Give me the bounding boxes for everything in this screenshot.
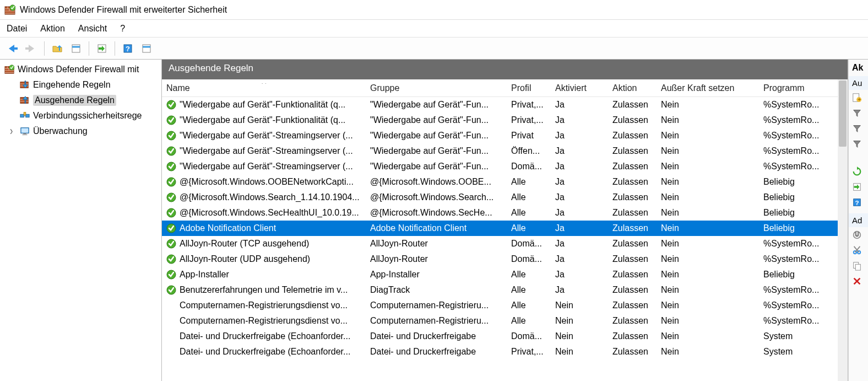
allow-icon [166,192,176,202]
cell-override: Nein [657,254,759,264]
cell-action: Zulassen [608,208,657,218]
action-delete[interactable] [849,273,868,289]
tree-outbound-rules[interactable]: Ausgehende Regeln [0,93,161,108]
help-icon [122,43,133,54]
cell-name: "Wiedergabe auf Gerät"-Streamingserver (… [162,162,366,171]
toolbar-properties[interactable] [68,40,84,57]
action-disable[interactable] [849,227,868,243]
toolbar [0,37,868,60]
cell-name: Computernamen-Registrierungsdienst vo... [162,316,366,326]
menu-view[interactable]: Ansicht [78,24,107,34]
action-export-list[interactable] [849,179,868,195]
table-row[interactable]: @{Microsoft.Windows.OOBENetworkCapti...@… [162,174,848,190]
action-cut[interactable] [849,243,868,258]
column-profile[interactable]: Profil [507,83,551,93]
toolbar-export[interactable] [94,40,110,57]
table-row[interactable]: "Wiedergabe auf Gerät"-Funktionalität (q… [162,112,848,128]
table-row[interactable]: "Wiedergabe auf Gerät"-Streamingserver (… [162,143,848,159]
menu-help[interactable]: ? [120,24,125,34]
cell-name: @{Microsoft.Windows.OOBENetworkCapti... [162,177,366,187]
action-new-rule[interactable] [849,90,868,105]
table-row[interactable]: AllJoyn-Router (TCP ausgehend)AllJoyn-Ro… [162,236,848,251]
menu-action[interactable]: Aktion [40,24,64,34]
cell-enabled: Ja [551,223,608,233]
table-row[interactable]: Datei- und Druckerfreigabe (Echoanforder… [162,329,848,344]
table-row[interactable]: App-InstallerApp-InstallerAlleJaZulassen… [162,267,848,282]
menu-bar: Datei Aktion Ansicht ? [0,20,868,37]
cell-override: Nein [657,239,759,249]
tree-inbound-label: Eingehende Regeln [33,80,111,90]
rule-name: "Wiedergabe auf Gerät"-Streamingserver (… [180,162,353,171]
column-program[interactable]: Programm [759,83,824,93]
tree-monitoring[interactable]: Überwachung [0,124,161,139]
cell-override: Nein [657,270,759,280]
table-row[interactable]: Datei- und Druckerfreigabe (Echoanforder… [162,344,848,359]
firewall-icon [4,65,14,74]
cell-override: Nein [657,177,759,187]
cell-profile: Privat,... [507,347,551,357]
allow-icon [166,285,176,295]
cell-group: AllJoyn-Router [366,254,507,264]
column-action[interactable]: Aktion [608,83,657,93]
action-help[interactable] [849,195,868,210]
toolbar-back[interactable] [4,40,21,57]
cell-action: Zulassen [608,316,657,326]
actions-section: Au [849,76,868,90]
column-enabled[interactable]: Aktiviert [551,83,608,93]
cell-name: AllJoyn-Router (TCP ausgehend) [162,239,366,249]
tree-monitor-label: Überwachung [33,126,88,136]
action-refresh[interactable] [849,164,868,179]
rule-name: App-Installer [180,270,229,280]
toolbar-help[interactable] [120,40,136,57]
table-row[interactable]: "Wiedergabe auf Gerät"-Funktionalität (q… [162,97,848,112]
menu-file[interactable]: Datei [7,24,27,34]
no-icon [166,300,176,310]
cell-name: Computernamen-Registrierungsdienst vo... [162,300,366,310]
tree-connection-security[interactable]: Verbindungssicherheitsrege [0,108,161,124]
column-name[interactable]: Name [162,83,366,93]
cell-enabled: Ja [551,146,608,156]
cell-override: Nein [657,331,759,341]
cell-enabled: Ja [551,131,608,141]
table-row[interactable]: @{Microsoft.Windows.SecHealthUI_10.0.19.… [162,205,848,221]
table-row[interactable]: AllJoyn-Router (UDP ausgehend)AllJoyn-Ro… [162,251,848,267]
column-group[interactable]: Gruppe [366,83,507,93]
table-row[interactable]: Computernamen-Registrierungsdienst vo...… [162,298,848,313]
table-row[interactable]: Benutzererfahrungen und Telemetrie im v.… [162,282,848,298]
toolbar-up[interactable] [49,40,66,57]
toolbar-show-actions[interactable] [138,40,155,57]
cell-program: Beliebig [759,177,824,187]
help-icon [852,197,862,207]
table-row[interactable]: "Wiedergabe auf Gerät"-Streamingserver (… [162,128,848,143]
content-header: Ausgehende Regeln [162,60,848,79]
cell-group: @{Microsoft.Windows.OOBE... [366,177,507,187]
table-row[interactable]: "Wiedergabe auf Gerät"-Streamingserver (… [162,159,848,174]
cut-icon [852,245,862,255]
cell-name: @{Microsoft.Windows.SecHealthUI_10.0.19.… [162,208,366,218]
new-rule-icon [852,93,862,103]
cell-name: Benutzererfahrungen und Telemetrie im v.… [162,285,366,295]
table-row[interactable]: Adobe Notification ClientAdobe Notificat… [162,221,848,236]
cell-override: Nein [657,208,759,218]
column-override[interactable]: Außer Kraft setzen [657,83,759,93]
table-row[interactable]: @{Microsoft.Windows.Search_1.14.10.1904.… [162,190,848,205]
action-filter-profile[interactable] [849,105,868,121]
toolbar-separator [115,41,115,56]
scrollbar-thumb[interactable] [839,81,847,147]
toolbar-forward[interactable] [23,40,40,57]
actions-header: Ak [849,60,868,76]
action-filter-group[interactable] [849,136,868,152]
cell-program: System [759,331,824,341]
action-filter-state[interactable] [849,121,868,136]
table-row[interactable]: Computernamen-Registrierungsdienst vo...… [162,313,848,329]
cell-enabled: Ja [551,100,608,110]
cell-enabled: Nein [551,331,608,341]
allow-icon [166,270,176,280]
rule-name: Computernamen-Registrierungsdienst vo... [180,316,348,326]
tree-inbound-rules[interactable]: Eingehende Regeln [0,77,161,93]
vertical-scrollbar[interactable] [838,79,848,381]
cell-group: Datei- und Druckerfreigabe [366,347,507,357]
action-copy[interactable] [849,258,868,273]
tree-root[interactable]: Windows Defender Firewall mit [0,62,161,77]
cell-name: App-Installer [162,270,366,280]
